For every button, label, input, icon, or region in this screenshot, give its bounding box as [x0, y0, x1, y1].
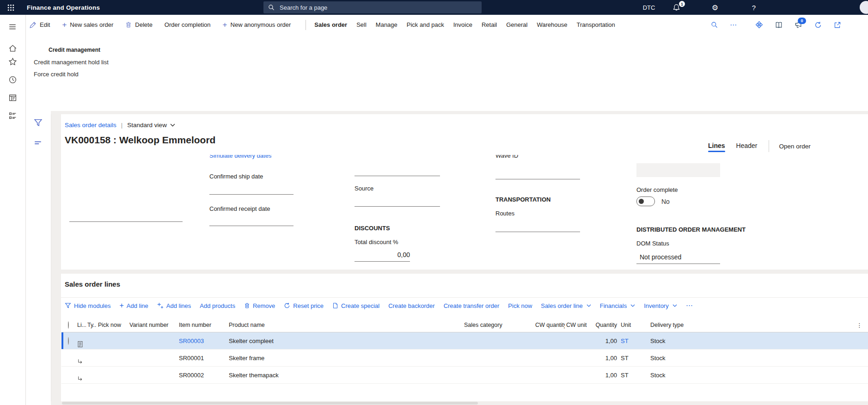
messages-megaphone-icon[interactable]: 0: [795, 21, 802, 29]
hide-modules-button[interactable]: Hide modules: [65, 302, 111, 309]
reset-price-button[interactable]: Reset price: [284, 302, 324, 309]
delete-button[interactable]: Delete: [125, 21, 153, 28]
product-name-cell: Skelter themapack: [227, 367, 461, 384]
column-item-number[interactable]: Item number: [177, 318, 227, 332]
row-radio[interactable]: [68, 337, 69, 345]
column-options-icon[interactable]: ⋮: [855, 318, 868, 332]
inventory-menu[interactable]: Inventory: [644, 302, 677, 309]
trash-icon: [125, 21, 132, 28]
create-special-button[interactable]: Create special: [332, 302, 379, 309]
global-search[interactable]: [263, 1, 482, 13]
column-sales-category[interactable]: Sales category: [461, 318, 534, 332]
recent-clock-icon[interactable]: [8, 75, 18, 85]
favorites-star-icon[interactable]: [8, 57, 18, 67]
column-product-name[interactable]: Product name: [227, 318, 461, 332]
pick-now-button[interactable]: Pick now: [508, 302, 532, 309]
task-list-icon[interactable]: [34, 139, 42, 147]
unlabeled-field-input[interactable]: [355, 176, 440, 176]
column-delivery-type[interactable]: Delivery type: [647, 318, 855, 332]
quantity-cell: 1,00: [593, 332, 619, 350]
search-input[interactable]: [279, 4, 477, 12]
toolbar-overflow-icon[interactable]: ⋯: [686, 301, 693, 310]
simulate-delivery-dates-link[interactable]: Simulate delivery dates: [209, 155, 271, 160]
tab-retail[interactable]: Retail: [482, 21, 497, 28]
confirmed-receipt-date-input[interactable]: [209, 226, 293, 226]
more-commands-icon[interactable]: ⋯: [730, 21, 737, 29]
horizontal-scrollbar[interactable]: [51, 401, 868, 405]
environment-label: DTC: [640, 0, 658, 15]
edit-button[interactable]: Edit: [30, 21, 50, 28]
item-number-cell[interactable]: SR00001: [177, 350, 227, 367]
tab-warehouse[interactable]: Warehouse: [537, 21, 567, 28]
top-navigation-bar: Finance and Operations DTC 1 ⚙ ?: [0, 0, 868, 15]
column-type[interactable]: Ty...: [86, 318, 97, 332]
search-commands-icon[interactable]: [711, 21, 718, 28]
sales-order-line-menu[interactable]: Sales order line: [541, 302, 591, 309]
filter-icon[interactable]: [34, 118, 43, 127]
item-number-link[interactable]: SR00003: [177, 332, 227, 350]
line-type-icon-cell: [76, 367, 86, 384]
column-line[interactable]: Li...: [76, 318, 86, 332]
column-cw-unit[interactable]: CW unit: [565, 318, 593, 332]
select-all-radio[interactable]: [68, 321, 69, 329]
confirmed-ship-date-input[interactable]: [209, 194, 293, 195]
column-unit[interactable]: Unit: [619, 318, 647, 332]
tab-header[interactable]: Header: [736, 142, 758, 152]
column-variant-number[interactable]: Variant number: [128, 318, 177, 332]
unlabeled-field-input[interactable]: [69, 221, 183, 222]
column-quantity[interactable]: Quantity: [593, 318, 619, 332]
power-apps-icon[interactable]: [755, 21, 763, 29]
settings-gear-icon[interactable]: ⚙: [708, 0, 722, 15]
help-icon[interactable]: ?: [747, 0, 761, 15]
remove-button[interactable]: Remove: [244, 302, 275, 309]
routes-input[interactable]: [495, 232, 580, 232]
message-count-badge: 0: [798, 18, 806, 24]
chevron-down-icon: [170, 123, 175, 127]
menu-item-force-credit-hold[interactable]: Force credit hold: [34, 71, 79, 78]
new-sales-order-button[interactable]: + New sales order: [62, 21, 113, 29]
total-discount-input[interactable]: 0,00: [355, 251, 410, 258]
home-icon[interactable]: [8, 44, 18, 53]
financials-menu[interactable]: Financials: [600, 302, 636, 309]
app-launcher-waffle-icon[interactable]: [0, 0, 21, 15]
modules-list-icon[interactable]: [8, 111, 18, 121]
tab-invoice[interactable]: Invoice: [453, 21, 472, 28]
breadcrumb-link[interactable]: Sales order details: [65, 122, 116, 129]
tab-transportation[interactable]: Transportation: [576, 21, 615, 28]
total-discount-underline: [355, 261, 410, 262]
order-complete-toggle[interactable]: [636, 196, 655, 206]
menu-item-credit-management-hold-list[interactable]: Credit management hold list: [34, 59, 109, 66]
notifications-bell-icon[interactable]: 1: [669, 0, 683, 15]
user-avatar[interactable]: [860, 1, 868, 14]
tab-manage[interactable]: Manage: [376, 21, 397, 28]
dom-status-input[interactable]: Not processed: [640, 253, 681, 261]
add-line-button[interactable]: + Add line: [120, 302, 148, 309]
item-number-cell[interactable]: SR00002: [177, 367, 227, 384]
workspaces-form-icon[interactable]: [8, 93, 18, 103]
open-order-button[interactable]: Open order: [779, 143, 811, 152]
create-backorder-button[interactable]: Create backorder: [388, 302, 434, 309]
create-transfer-order-button[interactable]: Create transfer order: [444, 302, 500, 309]
source-input[interactable]: [355, 206, 440, 207]
tab-lines[interactable]: Lines: [708, 142, 725, 152]
refresh-icon[interactable]: [814, 21, 822, 29]
column-cw-quantity[interactable]: CW quantity: [534, 318, 565, 332]
kit-document-icon: [77, 341, 86, 348]
add-products-button[interactable]: Add products: [200, 302, 235, 309]
section-divider: [61, 297, 868, 298]
office-book-icon[interactable]: [775, 21, 782, 29]
view-selector[interactable]: Standard view: [127, 122, 175, 129]
tab-sell[interactable]: Sell: [356, 21, 367, 28]
open-in-new-window-icon[interactable]: [834, 21, 841, 29]
unit-link[interactable]: ST: [619, 332, 647, 350]
new-anonymous-order-button[interactable]: + New anonymous order: [223, 21, 291, 29]
tab-pick-and-pack[interactable]: Pick and pack: [407, 21, 444, 28]
tab-sales-order[interactable]: Sales order: [314, 21, 347, 28]
menu-hamburger-icon[interactable]: [8, 23, 18, 32]
order-completion-button[interactable]: Order completion: [165, 21, 211, 28]
add-lines-button[interactable]: Add lines: [157, 302, 191, 309]
tab-general[interactable]: General: [506, 21, 527, 28]
wave-id-input[interactable]: [495, 179, 580, 179]
column-pick-now[interactable]: Pick now: [97, 318, 128, 332]
source-label: Source: [355, 185, 373, 192]
